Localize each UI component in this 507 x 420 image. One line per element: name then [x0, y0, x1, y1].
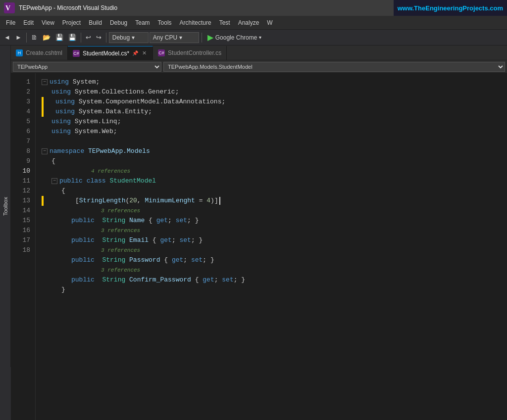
tab-label-studentmodel: StudentModel.cs*	[83, 50, 129, 57]
tab-label-create: Create.cshtml	[26, 49, 62, 56]
line-numbers: 1 2 3 4 5 6 7 8 9 10 11 12 13 14 15 16 1…	[11, 73, 36, 420]
collapse-10[interactable]: −	[51, 178, 57, 184]
menu-bar: File Edit View Project Build Debug Team …	[0, 16, 507, 30]
tab-close-button[interactable]: ✕	[141, 49, 148, 57]
code-line-7	[42, 137, 501, 146]
refs-line-14: 3 references	[42, 226, 501, 235]
code-line-8: − namespace TEPwebApp.Models	[42, 146, 501, 156]
code-line-5: using System.Linq;	[42, 117, 501, 127]
back-button[interactable]: ◄	[2, 31, 12, 44]
toolbar-separator-3	[106, 33, 106, 43]
text-cursor	[219, 197, 220, 205]
run-icon: ▶	[207, 33, 213, 42]
code-line-4: using System.Data.Entity;	[42, 107, 501, 117]
toolbar-separator-4	[202, 33, 202, 43]
tab-pin-icon[interactable]: 📌	[132, 50, 138, 56]
collapse-8[interactable]: −	[42, 148, 48, 154]
run-label: Google Chrome	[215, 34, 257, 41]
menu-project[interactable]: Project	[58, 16, 85, 30]
tab-studentmodel[interactable]: C# StudentModel.cs* 📌 ✕	[68, 46, 153, 60]
project-select[interactable]: TEPwebApp	[13, 62, 161, 72]
code-line-3: using System.ComponentModel.DataAnnotati…	[42, 97, 501, 107]
yellow-bar-4	[42, 107, 44, 117]
refs-line-16: 3 references	[42, 265, 501, 275]
debug-arrow: ▾	[132, 34, 135, 41]
tab-create-cshtml[interactable]: H Create.cshtml	[11, 46, 68, 60]
forward-button[interactable]: ►	[13, 31, 24, 44]
cpu-label: Any CPU	[153, 34, 177, 41]
code-line-6: using System.Web;	[42, 127, 501, 137]
code-line-12: [StringLength(20, MinimumLenght = 4)]	[42, 196, 501, 206]
code-content[interactable]: − using System; using System.Collections…	[36, 73, 507, 420]
open-button[interactable]: 📂	[41, 31, 52, 44]
menu-analyze[interactable]: Analyze	[234, 16, 263, 30]
refs-line-15: 3 references	[42, 245, 501, 255]
vs-logo: V	[4, 2, 15, 13]
app-title: TEPwebApp - Microsoft Visual Studio	[19, 4, 117, 11]
menu-edit[interactable]: Edit	[19, 16, 38, 30]
code-editor: 1 2 3 4 5 6 7 8 9 10 11 12 13 14 15 16 1…	[11, 73, 507, 420]
code-line-14: public String Email { get; set; }	[42, 235, 501, 245]
code-line-1: − using System;	[42, 77, 501, 87]
tab-icon-studentcontroller: C#	[158, 49, 165, 56]
menu-tools[interactable]: Tools	[154, 16, 176, 30]
cpu-dropdown[interactable]: Any CPU ▾	[150, 32, 199, 43]
ref-hint-14: 3 references	[101, 226, 501, 235]
redo-button[interactable]: ↪	[94, 31, 103, 44]
watermark: www.TheEngineeringProjects.com	[394, 0, 507, 16]
debug-config-dropdown[interactable]: Debug ▾	[109, 32, 149, 43]
new-file-button[interactable]: 🗎	[29, 31, 40, 44]
class-select[interactable]: TEPwebApp.Models.StudentModel	[163, 62, 505, 72]
run-dropdown-arrow: ▾	[259, 35, 261, 40]
main-editor: H Create.cshtml C# StudentModel.cs* 📌 ✕ …	[11, 46, 507, 420]
refs-line-10: 4 references	[42, 166, 501, 176]
undo-button[interactable]: ↩	[84, 31, 93, 44]
title-bar: V TEPwebApp - Microsoft Visual Studio ww…	[0, 0, 507, 16]
tab-studentcontroller[interactable]: C# StudentController.cs	[153, 46, 227, 60]
menu-file[interactable]: File	[2, 16, 19, 30]
code-line-13: public String Name { get; set; }	[42, 216, 501, 226]
code-line-18	[42, 295, 501, 305]
code-line-11: {	[42, 186, 501, 196]
ref-hint-10: 4 references	[91, 166, 501, 176]
code-line-16: public String Confirm_Password { get; se…	[42, 275, 501, 285]
toolbox-label: Toolbox	[2, 197, 8, 216]
yellow-bar-3	[42, 97, 44, 107]
refs-line-13: 3 references	[42, 206, 501, 216]
toolbar-separator-2	[81, 33, 81, 43]
toolbar-separator-1	[26, 33, 27, 43]
collapse-1[interactable]: −	[42, 79, 48, 85]
run-button[interactable]: ▶ Google Chrome ▾	[204, 32, 265, 43]
save-button[interactable]: 💾	[53, 31, 65, 44]
svg-text:V: V	[5, 4, 10, 12]
menu-test[interactable]: Test	[215, 16, 234, 30]
cpu-arrow: ▾	[179, 34, 182, 41]
ref-hint-15: 3 references	[101, 245, 501, 255]
tab-label-studentcontroller: StudentController.cs	[168, 49, 221, 56]
tab-icon-studentmodel: C#	[73, 50, 80, 57]
menu-debug[interactable]: Debug	[106, 16, 131, 30]
toolbar: ◄ ► 🗎 📂 💾 💾 ↩ ↪ Debug ▾ Any CPU ▾ ▶ Goog…	[0, 30, 507, 46]
menu-w[interactable]: W	[263, 16, 276, 30]
toolbox-sidebar[interactable]: Toolbox	[0, 46, 11, 367]
tab-bar: H Create.cshtml C# StudentModel.cs* 📌 ✕ …	[11, 46, 507, 60]
code-line-9: {	[42, 156, 501, 166]
menu-team[interactable]: Team	[131, 16, 153, 30]
file-dropdowns: TEPwebApp TEPwebApp.Models.StudentModel	[11, 60, 507, 73]
ref-hint-13: 3 references	[101, 206, 501, 216]
yellow-bar-12	[42, 196, 44, 206]
save-all-button[interactable]: 💾	[66, 31, 78, 44]
code-line-15: public String Password { get; set; }	[42, 255, 501, 265]
menu-architecture[interactable]: Architecture	[176, 16, 215, 30]
code-line-10: − public class StudentModel	[42, 176, 501, 186]
code-line-17: }	[42, 285, 501, 295]
code-line-2: using System.Collections.Generic;	[42, 87, 501, 97]
ref-hint-16: 3 references	[101, 265, 501, 275]
debug-label: Debug	[112, 34, 130, 41]
menu-view[interactable]: View	[38, 16, 58, 30]
tab-icon-create: H	[16, 49, 23, 56]
menu-build[interactable]: Build	[85, 16, 106, 30]
